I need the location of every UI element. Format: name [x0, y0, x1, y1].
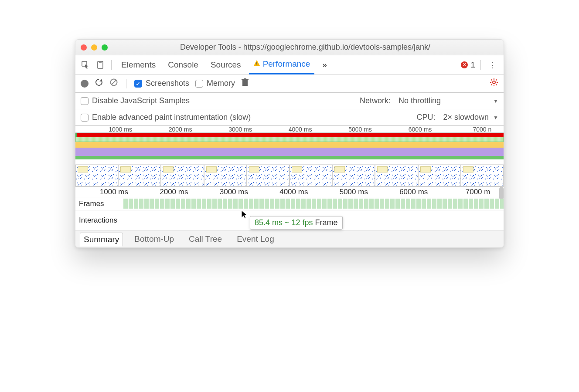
tab-summary[interactable]: Summary [80, 233, 123, 247]
svg-rect-8 [242, 79, 249, 80]
screenshot-thumb[interactable] [75, 165, 118, 186]
tooltip-fps: ~ 12 fps [285, 218, 313, 227]
screenshot-thumb[interactable] [418, 165, 461, 186]
screenshot-thumb[interactable] [161, 165, 204, 186]
close-window-button[interactable] [81, 44, 87, 51]
error-icon: ✕ [461, 61, 468, 68]
screenshot-thumb[interactable] [247, 165, 290, 186]
error-counter[interactable]: ✕ 1 [461, 60, 475, 70]
screenshot-strip[interactable] [75, 165, 504, 186]
svg-point-10 [493, 81, 495, 84]
settings-row-1: Disable JavaScript Samples Network: No t… [75, 93, 504, 109]
checkbox-icon [81, 97, 89, 105]
screenshot-thumb[interactable] [461, 165, 504, 186]
svg-rect-9 [244, 78, 246, 79]
checkbox-checked-icon: ✓ [134, 80, 142, 88]
cpu-throttling-select[interactable]: 2× slowdown ▼ [443, 113, 498, 122]
tabs-overflow[interactable]: » [318, 55, 331, 74]
screenshots-label: Screenshots [146, 79, 189, 88]
chevron-down-icon: ▼ [493, 115, 498, 121]
ruler-tick: 3000 ms [228, 126, 252, 133]
screenshot-thumb[interactable] [118, 165, 161, 186]
network-throttling-select[interactable]: No throttling ▼ [398, 96, 498, 105]
tooltip-time: 85.4 ms [255, 218, 283, 227]
tab-call-tree[interactable]: Call Tree [185, 233, 225, 246]
flame-chart-area[interactable]: 1000 ms 2000 ms 3000 ms 4000 ms 5000 ms … [75, 186, 504, 230]
tab-label: Sources [211, 60, 241, 70]
tab-sources[interactable]: Sources [206, 55, 245, 74]
screenshot-thumb[interactable] [290, 165, 332, 186]
cpu-value: 2× slowdown [443, 113, 489, 122]
screenshot-thumb[interactable] [204, 165, 247, 186]
record-button[interactable] [81, 80, 89, 88]
trash-button[interactable] [241, 78, 249, 89]
tooltip-kind: Frame [315, 218, 338, 227]
divider [480, 60, 481, 70]
ruler-tick: 5000 ms [340, 188, 368, 196]
memory-label: Memory [207, 79, 235, 88]
tab-label: Performance [263, 59, 310, 69]
minimize-window-button[interactable] [91, 44, 97, 51]
ruler-tick: 1000 ms [100, 188, 128, 196]
svg-line-16 [496, 84, 497, 85]
svg-line-6 [112, 80, 116, 84]
inspect-element-icon[interactable] [80, 59, 91, 71]
zoom-window-button[interactable] [102, 44, 108, 51]
tab-console[interactable]: Console [163, 55, 203, 74]
overview-dropped-frames-bar [75, 133, 504, 137]
svg-rect-2 [99, 62, 102, 62]
ruler-tick: 6000 ms [409, 126, 432, 133]
frame-tooltip: 85.4 ms ~ 12 fps Frame [250, 216, 343, 230]
ruler-tick: 2000 ms [160, 188, 188, 196]
reload-record-button[interactable] [95, 78, 103, 89]
devtools-window: Developer Tools - https://googlechrome.g… [75, 39, 504, 248]
network-value: No throttling [398, 96, 441, 105]
overview-panel[interactable]: 1000 ms 2000 ms 3000 ms 4000 ms 5000 ms … [75, 126, 504, 186]
tab-bottom-up[interactable]: Bottom-Up [131, 233, 177, 246]
panel-tabs: Elements Console Sources Performance » ✕… [75, 55, 504, 74]
titlebar: Developer Tools - https://googlechrome.g… [75, 40, 504, 55]
ruler-tick: 3000 ms [220, 188, 248, 196]
ruler-tick: 1000 ms [109, 126, 132, 133]
checkbox-icon [195, 80, 203, 88]
tab-event-log[interactable]: Event Log [233, 233, 278, 246]
perf-toolbar: ✓ Screenshots Memory [75, 74, 504, 93]
frames-lane[interactable]: Frames [75, 197, 504, 210]
checkbox-icon [81, 114, 89, 122]
divider [126, 79, 126, 88]
settings-row-2: Enable advanced paint instrumentation (s… [75, 109, 504, 126]
clear-button[interactable] [109, 78, 118, 89]
tab-label: Elements [121, 60, 156, 70]
overview-ruler[interactable]: 1000 ms 2000 ms 3000 ms 4000 ms 5000 ms … [75, 126, 504, 133]
tab-elements[interactable]: Elements [117, 55, 160, 74]
frames-strip[interactable] [123, 199, 504, 209]
cpu-track [75, 142, 504, 159]
memory-toggle[interactable]: Memory [195, 79, 235, 88]
svg-line-15 [491, 80, 492, 81]
ruler-tick: 7000 n [473, 126, 491, 133]
divider [111, 60, 112, 70]
network-label: Network: [360, 96, 391, 105]
warning-icon [253, 59, 260, 69]
cpu-label: CPU: [417, 113, 436, 122]
error-count: 1 [470, 60, 475, 70]
ruler-tick: 5000 ms [348, 126, 372, 133]
disable-js-samples-label: Disable JavaScript Samples [92, 96, 190, 105]
window-title: Developer Tools - https://googlechrome.g… [112, 43, 498, 52]
frames-lane-label: Frames [75, 199, 123, 208]
enable-paint-instrumentation-toggle[interactable]: Enable advanced paint instrumentation (s… [81, 113, 251, 122]
kebab-menu-icon[interactable]: ⋮ [486, 60, 499, 70]
capture-settings-icon[interactable] [490, 78, 498, 89]
ruler-tick: 6000 ms [399, 188, 428, 196]
disable-js-samples-toggle[interactable]: Disable JavaScript Samples [81, 96, 190, 105]
tab-performance[interactable]: Performance [249, 55, 315, 74]
screenshot-thumb[interactable] [375, 165, 418, 186]
flame-ruler[interactable]: 1000 ms 2000 ms 3000 ms 4000 ms 5000 ms … [75, 186, 504, 197]
svg-rect-4 [256, 64, 257, 65]
device-toggle-icon[interactable] [95, 59, 106, 71]
chevron-down-icon: ▼ [493, 98, 498, 104]
screenshot-thumb[interactable] [332, 165, 375, 186]
interactions-lane-label: Interactions [75, 216, 123, 225]
screenshots-toggle[interactable]: ✓ Screenshots [134, 79, 189, 88]
ruler-tick: 2000 ms [169, 126, 192, 133]
